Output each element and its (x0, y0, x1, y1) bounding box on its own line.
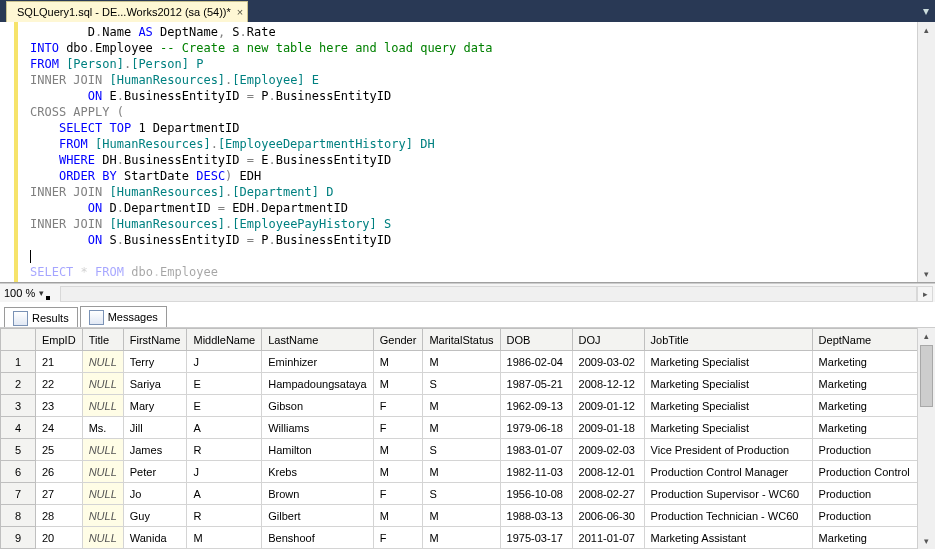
cell[interactable]: Krebs (262, 461, 373, 483)
cell[interactable]: M (373, 461, 423, 483)
cell[interactable]: 2008-12-12 (572, 373, 644, 395)
row-number[interactable]: 7 (1, 483, 36, 505)
scroll-down-icon[interactable]: ▾ (918, 266, 935, 282)
cell[interactable]: 2009-01-18 (572, 417, 644, 439)
cell[interactable]: F (373, 527, 423, 549)
scroll-up-icon[interactable]: ▴ (918, 328, 935, 344)
cell[interactable]: 25 (36, 439, 83, 461)
cell[interactable]: NULL (82, 373, 123, 395)
cell[interactable]: 2008-02-27 (572, 483, 644, 505)
cell[interactable]: Eminhizer (262, 351, 373, 373)
cell[interactable]: Wanida (123, 527, 187, 549)
cell[interactable]: Terry (123, 351, 187, 373)
cell[interactable]: S (423, 373, 500, 395)
cell[interactable]: NULL (82, 351, 123, 373)
table-row[interactable]: 323NULLMaryEGibsonFM1962-09-132009-01-12… (1, 395, 923, 417)
cell[interactable]: Marketing (812, 527, 922, 549)
cell[interactable]: 21 (36, 351, 83, 373)
cell[interactable]: Marketing Specialist (644, 351, 812, 373)
sql-editor[interactable]: D.Name AS DeptName, S.RateINTO dbo.Emplo… (0, 22, 935, 283)
cell[interactable]: Production Technician - WC60 (644, 505, 812, 527)
cell[interactable]: M (187, 527, 262, 549)
cell[interactable]: Benshoof (262, 527, 373, 549)
row-number[interactable]: 8 (1, 505, 36, 527)
cell[interactable]: 1962-09-13 (500, 395, 572, 417)
scroll-up-icon[interactable]: ▴ (918, 22, 935, 38)
cell[interactable]: S (423, 483, 500, 505)
close-icon[interactable]: × (237, 6, 243, 18)
splitter-handle[interactable] (46, 296, 50, 300)
cell[interactable]: 1987-05-21 (500, 373, 572, 395)
scroll-down-icon[interactable]: ▾ (918, 533, 935, 549)
cell[interactable]: Brown (262, 483, 373, 505)
cell[interactable]: Jill (123, 417, 187, 439)
table-row[interactable]: 525NULLJamesRHamiltonMS1983-01-072009-02… (1, 439, 923, 461)
cell[interactable]: M (373, 351, 423, 373)
cell[interactable]: Marketing Specialist (644, 417, 812, 439)
cell[interactable]: Marketing Assistant (644, 527, 812, 549)
cell[interactable]: NULL (82, 395, 123, 417)
cell[interactable]: M (373, 439, 423, 461)
cell[interactable]: M (423, 395, 500, 417)
cell[interactable]: Marketing (812, 395, 922, 417)
cell[interactable]: Williams (262, 417, 373, 439)
document-tab[interactable]: SQLQuery1.sql - DE...Works2012 (sa (54))… (6, 1, 248, 22)
cell[interactable]: Production Control (812, 461, 922, 483)
results-grid[interactable]: EmpIDTitleFirstNameMiddleNameLastNameGen… (0, 328, 923, 549)
cell[interactable]: Vice President of Production (644, 439, 812, 461)
cell[interactable]: Production Control Manager (644, 461, 812, 483)
cell[interactable]: 24 (36, 417, 83, 439)
cell[interactable]: Gibson (262, 395, 373, 417)
column-header[interactable]: LastName (262, 329, 373, 351)
row-number[interactable]: 1 (1, 351, 36, 373)
table-row[interactable]: 828NULLGuyRGilbertMM1988-03-132006-06-30… (1, 505, 923, 527)
cell[interactable]: M (373, 373, 423, 395)
cell[interactable]: E (187, 395, 262, 417)
cell[interactable]: M (373, 505, 423, 527)
cell[interactable]: Gilbert (262, 505, 373, 527)
cell[interactable]: Production Supervisor - WC60 (644, 483, 812, 505)
cell[interactable]: Marketing (812, 417, 922, 439)
column-header[interactable]: EmpID (36, 329, 83, 351)
cell[interactable]: Marketing Specialist (644, 373, 812, 395)
cell[interactable]: 2011-01-07 (572, 527, 644, 549)
cell[interactable]: James (123, 439, 187, 461)
column-header[interactable]: Title (82, 329, 123, 351)
column-header[interactable]: DOB (500, 329, 572, 351)
cell[interactable]: Production (812, 505, 922, 527)
cell[interactable]: 26 (36, 461, 83, 483)
row-number[interactable]: 6 (1, 461, 36, 483)
cell[interactable]: F (373, 395, 423, 417)
column-header[interactable]: DOJ (572, 329, 644, 351)
code-area[interactable]: D.Name AS DeptName, S.RateINTO dbo.Emplo… (30, 24, 917, 282)
cell[interactable]: F (373, 483, 423, 505)
cell[interactable]: Marketing Specialist (644, 395, 812, 417)
cell[interactable]: 28 (36, 505, 83, 527)
column-header[interactable] (1, 329, 36, 351)
cell[interactable]: M (423, 505, 500, 527)
pin-icon[interactable]: ▾ (923, 4, 929, 18)
scrollbar-thumb[interactable] (920, 345, 933, 407)
cell[interactable]: 2006-06-30 (572, 505, 644, 527)
table-row[interactable]: 727NULLJoABrownFS1956-10-082008-02-27Pro… (1, 483, 923, 505)
column-header[interactable]: MaritalStatus (423, 329, 500, 351)
column-header[interactable]: JobTitle (644, 329, 812, 351)
cell[interactable]: M (423, 417, 500, 439)
cell[interactable]: 1983-01-07 (500, 439, 572, 461)
cell[interactable]: Mary (123, 395, 187, 417)
row-number[interactable]: 2 (1, 373, 36, 395)
scroll-right-icon[interactable]: ▸ (917, 286, 933, 302)
row-number[interactable]: 4 (1, 417, 36, 439)
cell[interactable]: 20 (36, 527, 83, 549)
table-row[interactable]: 920NULLWanidaMBenshoofFM1975-03-172011-0… (1, 527, 923, 549)
chevron-up-down-icon[interactable]: ▾ (39, 288, 44, 298)
cell[interactable]: E (187, 373, 262, 395)
editor-horizontal-scrollbar[interactable] (60, 286, 917, 302)
cell[interactable]: 2008-12-01 (572, 461, 644, 483)
cell[interactable]: M (423, 527, 500, 549)
cell[interactable]: NULL (82, 483, 123, 505)
cell[interactable]: Hampadoungsataya (262, 373, 373, 395)
table-row[interactable]: 626NULLPeterJKrebsMM1982-11-032008-12-01… (1, 461, 923, 483)
editor-vertical-scrollbar[interactable]: ▴ ▾ (917, 22, 935, 282)
cell[interactable]: Hamilton (262, 439, 373, 461)
